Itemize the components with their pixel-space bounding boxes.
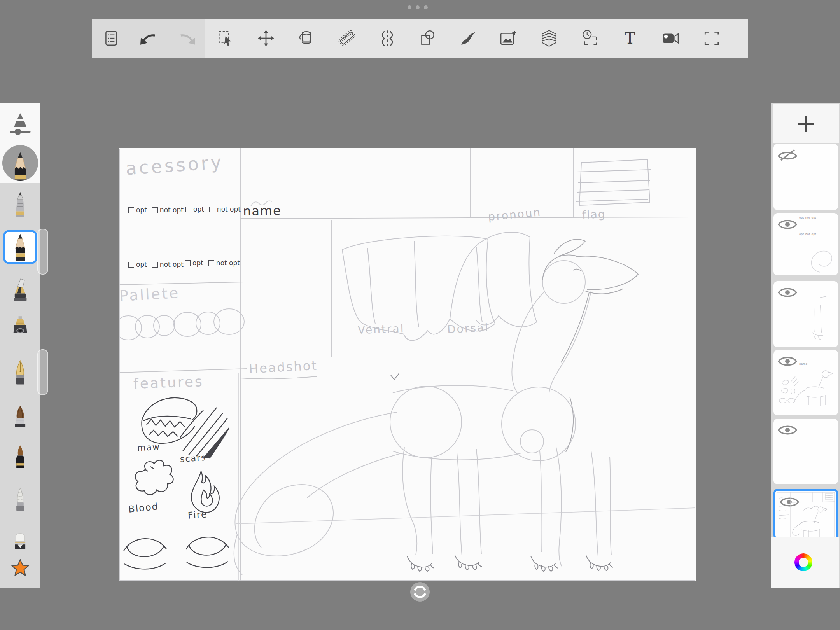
undo-arrow-icon (140, 29, 158, 47)
shapes-button[interactable] (408, 19, 448, 58)
clock-frame-icon (581, 29, 598, 47)
checkbox-label: not opt (216, 259, 240, 267)
brush-mechanical-pencil[interactable] (0, 191, 40, 218)
time-lapse-button[interactable] (569, 19, 610, 58)
label-maw: maw (137, 442, 160, 453)
brush-size-slider[interactable] (0, 112, 40, 135)
redo-arrow-icon (178, 29, 196, 47)
layer-thumbnail (774, 281, 838, 347)
label-palette: Pallete (119, 284, 180, 304)
fullscreen-button[interactable] (691, 19, 732, 58)
brush-smudge[interactable] (0, 487, 40, 514)
checkbox-label: opt (193, 205, 204, 213)
star-icon (11, 559, 30, 577)
video-camera-icon (662, 29, 679, 47)
accessory-option-row: opt not opt (128, 261, 184, 268)
move-arrows-icon (257, 29, 275, 47)
perspective-grid-icon (540, 29, 558, 47)
accessory-option-row: opt not opt (128, 206, 184, 214)
color-panel (771, 537, 839, 588)
checkbox (152, 262, 158, 268)
label-flag: flag (582, 208, 606, 221)
checkbox (185, 260, 191, 266)
transform-button[interactable] (246, 19, 286, 58)
ruler-button[interactable] (327, 19, 367, 58)
toolbar-left-group (92, 19, 205, 58)
sketchbook-app: T (0, 0, 840, 630)
pencil-tip-icon (10, 152, 30, 181)
mechanical-pencil-icon (12, 191, 29, 218)
brush-pencil-selected[interactable] (0, 234, 40, 261)
accessory-option-row: opt not opt (185, 259, 240, 267)
main-toolbar: T (92, 19, 748, 58)
brush-airbrush[interactable] (0, 315, 40, 343)
brush-paintbrush[interactable] (0, 405, 40, 432)
ink-brush-icon (12, 444, 29, 472)
smudge-blend-icon (12, 487, 29, 514)
add-layer-button[interactable]: + (773, 104, 839, 143)
list-menu-icon (102, 29, 120, 47)
eraser-icon (12, 530, 29, 557)
perspective-button[interactable] (529, 19, 569, 58)
corner-brackets-icon (703, 29, 721, 47)
svg-text:T: T (625, 29, 635, 47)
checkbox-label: opt (136, 206, 147, 214)
image-plus-icon (500, 29, 518, 47)
brush-fountain-pen[interactable] (0, 360, 40, 387)
chisel-marker-icon (12, 278, 29, 305)
layers-panel: + opt not opt opt not opt (771, 103, 840, 588)
label-features: features (133, 373, 204, 392)
drawing-canvas[interactable]: acessory name pronoun flag Pallete featu… (119, 148, 696, 581)
airbrush-icon (12, 315, 29, 343)
layer-item-3[interactable] (774, 281, 838, 347)
brush-eraser[interactable] (0, 530, 40, 557)
layer-thumbnail (774, 213, 838, 275)
layer-item-6-selected[interactable] (774, 489, 838, 539)
menu-button[interactable] (92, 19, 130, 58)
brush-panel (0, 103, 40, 588)
brush-ink-brush[interactable] (0, 444, 40, 472)
layer-item-5[interactable] (774, 419, 838, 484)
checkbox (128, 262, 134, 268)
paint-bucket-icon (298, 29, 315, 47)
more-options-icon[interactable] (408, 5, 428, 9)
checkbox (208, 260, 214, 266)
import-image-button[interactable] (488, 19, 529, 58)
accessory-option-row: opt not opt (186, 205, 241, 213)
label-scars: scars (180, 453, 206, 464)
letter-t-icon: T (621, 29, 639, 47)
checkbox (186, 206, 191, 212)
eye-icon[interactable] (777, 424, 798, 437)
video-button[interactable] (650, 19, 691, 58)
label-dorsal: Dorsal (447, 321, 489, 336)
undo-button[interactable] (130, 19, 168, 58)
layer-item-4[interactable]: name (774, 350, 838, 415)
color-wheel-button[interactable] (794, 553, 812, 571)
symmetry-button[interactable] (367, 19, 408, 58)
brush-size-slider-icon (5, 112, 36, 135)
brush-preview[interactable] (2, 145, 38, 181)
label-ventral: Ventral (357, 322, 404, 336)
marquee-cursor-icon (217, 29, 234, 47)
stroke-button[interactable] (448, 19, 488, 58)
label-fire: Fire (187, 509, 208, 521)
layer-thumbnail (774, 350, 838, 415)
eye-off-icon[interactable] (777, 149, 798, 162)
text-button[interactable]: T (610, 19, 650, 58)
brush-panel-handle-bottom[interactable] (37, 349, 48, 395)
layer-item-1[interactable] (774, 144, 838, 210)
label-name: name (243, 203, 282, 219)
brush-chisel-marker[interactable] (0, 278, 40, 305)
redo-button[interactable] (168, 19, 205, 58)
layer-item-2[interactable]: opt not opt opt not opt (774, 213, 838, 275)
square-circle-icon (419, 29, 437, 47)
checkbox-label: not opt (160, 261, 184, 268)
checkbox-label: not opt (160, 206, 184, 214)
fill-button[interactable] (286, 19, 327, 58)
checkbox-label: opt (192, 259, 203, 267)
corner-puck-button[interactable] (410, 581, 430, 602)
fountain-pen-icon (12, 360, 29, 387)
favorites-star-button[interactable] (0, 559, 40, 577)
layer-thumbnail (775, 491, 836, 537)
selection-button[interactable] (205, 19, 246, 58)
